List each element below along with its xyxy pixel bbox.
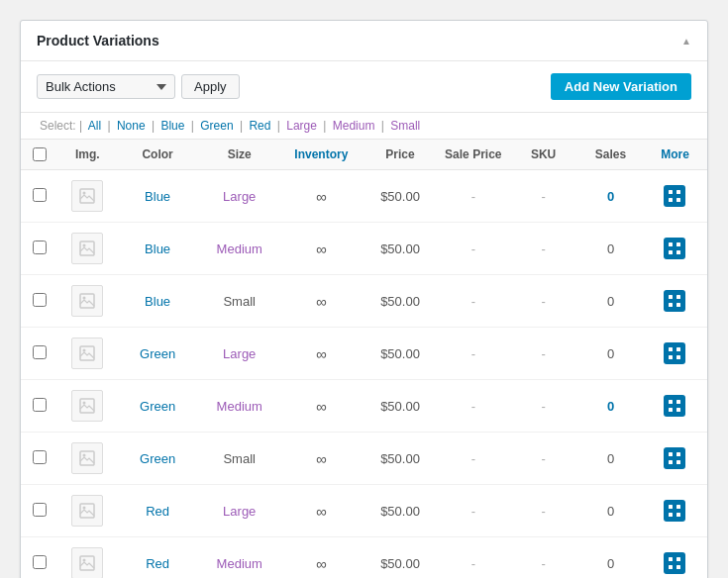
row-sales-cell: 0 xyxy=(578,537,643,579)
more-button[interactable] xyxy=(664,238,685,259)
row-checkbox[interactable] xyxy=(33,450,47,464)
product-image-placeholder xyxy=(71,495,103,527)
more-button[interactable] xyxy=(664,447,685,469)
row-checkbox[interactable] xyxy=(33,293,47,307)
svg-rect-4 xyxy=(669,198,673,202)
row-checkbox-cell xyxy=(21,170,58,223)
svg-point-43 xyxy=(83,559,86,562)
select-all-link[interactable]: All xyxy=(88,119,105,133)
row-price-cell: $50.00 xyxy=(363,223,439,275)
sale-price-value: - xyxy=(471,451,475,466)
row-img-cell xyxy=(58,275,117,328)
size-link[interactable]: Medium xyxy=(217,399,262,414)
color-link[interactable]: Blue xyxy=(145,189,170,204)
row-more-cell xyxy=(643,380,707,433)
svg-rect-6 xyxy=(80,241,94,255)
row-sale-price-cell: - xyxy=(438,433,508,485)
more-button[interactable] xyxy=(664,500,685,522)
select-all-checkbox[interactable] xyxy=(33,147,47,161)
row-price-cell: $50.00 xyxy=(363,485,439,537)
row-inventory-cell: ∞ xyxy=(280,485,363,537)
svg-rect-28 xyxy=(669,408,673,412)
select-blue-link[interactable]: Blue xyxy=(160,119,187,133)
color-link[interactable]: Red xyxy=(146,556,169,571)
size-link[interactable]: Medium xyxy=(217,556,262,571)
row-sku-cell: - xyxy=(508,433,578,485)
svg-rect-47 xyxy=(676,565,680,569)
color-link[interactable]: Green xyxy=(140,346,175,361)
select-red-link[interactable]: Red xyxy=(249,119,273,133)
select-large-link[interactable]: Large xyxy=(286,119,320,133)
color-link[interactable]: Green xyxy=(140,399,175,414)
product-image-placeholder xyxy=(71,442,103,474)
row-checkbox[interactable] xyxy=(33,345,47,359)
more-button[interactable] xyxy=(664,395,685,417)
sales-value: 0 xyxy=(607,294,614,309)
product-image-placeholder xyxy=(71,337,103,369)
svg-rect-17 xyxy=(676,303,680,307)
row-sales-cell: 0 xyxy=(578,328,643,380)
price-value: $50.00 xyxy=(380,346,420,361)
sku-value: - xyxy=(541,451,545,466)
collapse-icon[interactable]: ▲ xyxy=(681,36,691,47)
sku-value: - xyxy=(541,556,545,571)
bulk-actions-select[interactable]: Bulk Actions xyxy=(37,74,175,99)
svg-rect-26 xyxy=(669,400,673,404)
select-none-link[interactable]: None xyxy=(117,119,149,133)
row-sku-cell: - xyxy=(508,380,578,433)
select-small-link[interactable]: Small xyxy=(390,119,420,133)
size-link[interactable]: Medium xyxy=(217,241,262,256)
select-green-link[interactable]: Green xyxy=(200,119,237,133)
row-sku-cell: - xyxy=(508,537,578,579)
sale-price-value: - xyxy=(471,346,475,361)
more-button[interactable] xyxy=(664,290,685,312)
svg-point-37 xyxy=(83,507,86,510)
apply-button[interactable]: Apply xyxy=(181,74,240,99)
size-link[interactable]: Large xyxy=(223,189,256,204)
size-link[interactable]: Small xyxy=(223,294,256,309)
table-row: Blue Small ∞ $50.00 - - 0 xyxy=(21,275,707,328)
row-checkbox[interactable] xyxy=(33,398,47,412)
inventory-value: ∞ xyxy=(316,345,327,362)
row-sales-cell: 0 xyxy=(578,433,643,485)
sku-value: - xyxy=(541,346,545,361)
svg-point-25 xyxy=(83,402,86,405)
color-link[interactable]: Blue xyxy=(145,241,170,256)
inventory-value: ∞ xyxy=(316,450,327,467)
row-size-cell: Medium xyxy=(198,380,280,433)
size-link[interactable]: Large xyxy=(223,346,256,361)
svg-rect-39 xyxy=(676,505,680,509)
variations-table: Img. Color Size Inventory Price Sale Pri… xyxy=(21,140,707,578)
row-img-cell xyxy=(58,328,117,380)
select-medium-link[interactable]: Medium xyxy=(333,119,378,133)
svg-rect-33 xyxy=(676,452,680,456)
sale-price-value: - xyxy=(471,399,475,414)
size-link[interactable]: Small xyxy=(223,451,256,466)
row-color-cell: Green xyxy=(117,328,199,380)
row-sku-cell: - xyxy=(508,328,578,380)
row-inventory-cell: ∞ xyxy=(280,380,363,433)
row-more-cell xyxy=(643,537,707,579)
row-more-cell xyxy=(643,275,707,328)
row-checkbox[interactable] xyxy=(33,503,47,517)
row-size-cell: Small xyxy=(198,433,280,485)
more-button[interactable] xyxy=(664,185,685,207)
inventory-value: ∞ xyxy=(316,555,327,572)
row-size-cell: Medium xyxy=(198,223,280,275)
row-checkbox[interactable] xyxy=(33,241,47,254)
more-button[interactable] xyxy=(664,342,685,364)
color-link[interactable]: Blue xyxy=(145,294,170,309)
size-link[interactable]: Large xyxy=(223,504,256,519)
color-link[interactable]: Red xyxy=(146,504,169,519)
svg-rect-42 xyxy=(80,556,94,570)
row-checkbox[interactable] xyxy=(33,555,47,569)
price-value: $50.00 xyxy=(380,189,420,204)
row-sales-cell: 0 xyxy=(578,275,643,328)
more-button[interactable] xyxy=(664,552,685,574)
row-checkbox-cell xyxy=(21,433,58,485)
color-link[interactable]: Green xyxy=(140,451,175,466)
add-variation-button[interactable]: Add New Variation xyxy=(551,73,691,100)
row-checkbox[interactable] xyxy=(33,188,47,202)
row-more-cell xyxy=(643,223,707,275)
table-row: Blue Medium ∞ $50.00 - - 0 xyxy=(21,223,707,275)
